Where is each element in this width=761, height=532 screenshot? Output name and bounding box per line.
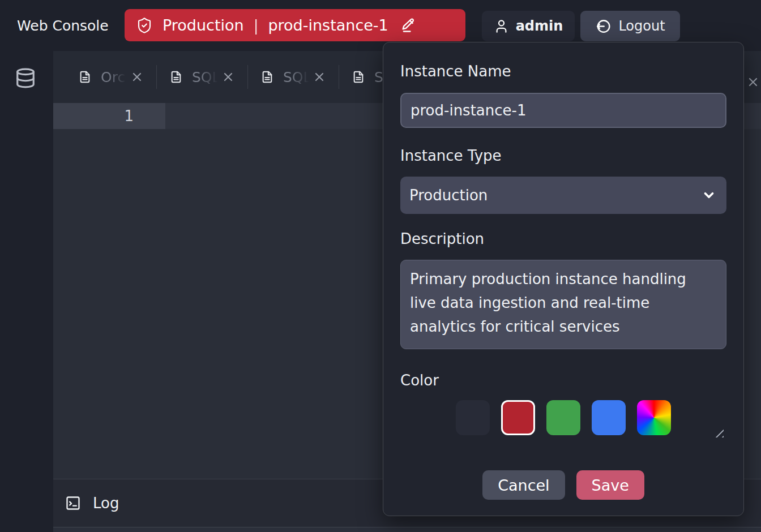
instance-name-input[interactable] <box>400 93 726 128</box>
tab-3[interactable]: SQL <box>261 65 326 89</box>
color-swatch-green[interactable] <box>546 400 580 435</box>
tab-label: Orc <box>101 69 129 85</box>
color-swatches <box>400 400 726 435</box>
line-number: 1 <box>53 103 165 129</box>
terminal-icon <box>65 495 81 511</box>
file-icon <box>79 69 91 85</box>
bottom-strip <box>53 527 761 532</box>
tab-close-icon[interactable] <box>221 70 235 84</box>
logout-label: Logout <box>618 18 665 34</box>
instance-settings-modal: Instance Name Instance Type Production D… <box>383 42 744 516</box>
edit-pencil-icon[interactable] <box>400 18 416 33</box>
instance-badge[interactable]: Production | prod-instance-1 <box>125 9 465 41</box>
badge-separator: | <box>254 17 259 34</box>
instance-name-field-label: Instance Name <box>400 62 726 81</box>
description-textarea[interactable]: Primary production instance handling liv… <box>400 260 726 349</box>
instance-type-value: Production <box>409 187 488 204</box>
shield-check-icon <box>136 17 153 34</box>
chevron-down-icon <box>702 188 716 203</box>
sidebar <box>0 51 53 532</box>
logout-icon <box>595 18 612 35</box>
description-field-label: Description <box>400 229 726 248</box>
instance-type-field-label: Instance Type <box>400 146 726 165</box>
file-icon <box>352 69 365 85</box>
tab-1[interactable]: Orc <box>79 65 144 89</box>
color-swatch-default[interactable] <box>456 400 490 435</box>
color-swatch-blue[interactable] <box>592 400 626 435</box>
tab-label: SQL <box>283 69 311 85</box>
hidden-tab-close-icon[interactable] <box>746 75 760 89</box>
environment-label: Production <box>163 16 244 34</box>
modal-buttons: Cancel Save <box>400 470 726 500</box>
tab-close-icon[interactable] <box>130 70 144 84</box>
tab-label: SQL <box>192 69 220 85</box>
color-swatch-rainbow[interactable] <box>637 400 671 435</box>
database-icon[interactable] <box>15 66 36 91</box>
file-icon <box>170 69 182 85</box>
instance-name-label: prod-instance-1 <box>268 16 388 34</box>
tab-2[interactable]: SQL <box>170 65 235 89</box>
cancel-button[interactable]: Cancel <box>482 470 565 500</box>
user-chip[interactable]: admin <box>482 11 575 41</box>
file-icon <box>261 69 273 85</box>
user-name: admin <box>516 18 563 34</box>
save-button[interactable]: Save <box>576 470 644 500</box>
logout-button[interactable]: Logout <box>580 11 680 41</box>
tab-close-icon[interactable] <box>313 70 326 84</box>
tab-divider <box>339 65 339 89</box>
color-swatch-red[interactable] <box>501 400 535 435</box>
tab-divider <box>247 65 248 89</box>
color-field-label: Color <box>400 371 726 390</box>
instance-type-select[interactable]: Production <box>400 177 726 214</box>
tab-divider <box>156 65 157 89</box>
user-icon <box>494 19 509 34</box>
log-label: Log <box>93 495 119 512</box>
app-title: Web Console <box>17 18 109 34</box>
